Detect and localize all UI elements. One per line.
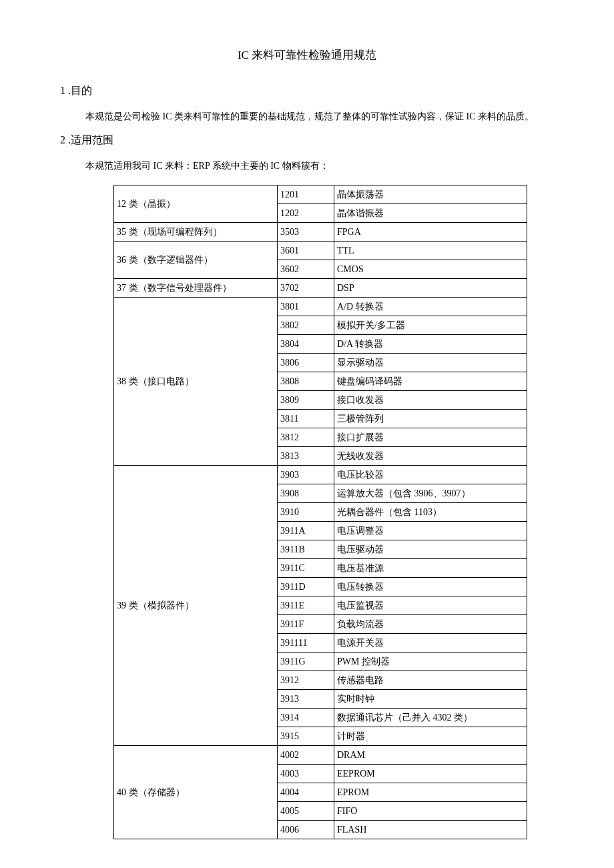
- subcategory-cell: 无线收发器: [334, 447, 527, 466]
- code-cell: 3913: [278, 690, 334, 709]
- code-cell: 4002: [278, 746, 334, 765]
- subcategory-cell: 接口收发器: [334, 391, 527, 410]
- code-cell: 3911D: [278, 578, 334, 596]
- table-row: 12 类（晶振）1201晶体振荡器: [114, 185, 527, 204]
- subcategory-cell: 实时时钟: [334, 690, 527, 709]
- section-2-heading: 2 .适用范围: [60, 132, 554, 148]
- code-cell: 3914: [278, 709, 334, 727]
- subcategory-cell: CMOS: [334, 260, 527, 279]
- code-cell: 3809: [278, 391, 334, 410]
- code-cell: 1201: [278, 185, 334, 204]
- category-cell: 39 类（模拟器件）: [114, 466, 278, 746]
- subcategory-cell: EPROM: [334, 783, 527, 802]
- subcategory-cell: 计时器: [334, 727, 527, 746]
- code-cell: 3911F: [278, 615, 334, 634]
- section-2-body: 本规范适用我司 IC 来料：ERP 系统中主要的 IC 物料簇有：: [85, 156, 554, 177]
- code-cell: 3802: [278, 316, 334, 335]
- subcategory-cell: 光耦合器件（包含 1103）: [334, 503, 527, 522]
- subcategory-cell: DRAM: [334, 746, 527, 765]
- subcategory-cell: 接口扩展器: [334, 428, 527, 447]
- code-cell: 1202: [278, 204, 334, 223]
- subcategory-cell: TTL: [334, 242, 527, 260]
- table-row: 37 类（数字信号处理器件）3702DSP: [114, 279, 527, 298]
- subcategory-cell: 电压比较器: [334, 466, 527, 484]
- subcategory-cell: 电压基准源: [334, 559, 527, 578]
- section-1-heading: 1 .目的: [60, 83, 554, 99]
- subcategory-cell: 电压调整器: [334, 522, 527, 540]
- code-cell: 3503: [278, 223, 334, 242]
- code-cell: 3908: [278, 484, 334, 503]
- code-cell: 3915: [278, 727, 334, 746]
- code-cell: 391111: [278, 634, 334, 653]
- subcategory-cell: 电源开关器: [334, 634, 527, 653]
- subcategory-cell: A/D 转换器: [334, 298, 527, 316]
- code-cell: 3601: [278, 242, 334, 260]
- subcategory-cell: 电压监视器: [334, 596, 527, 615]
- code-cell: 3903: [278, 466, 334, 484]
- subcategory-cell: 传感器电路: [334, 671, 527, 690]
- table-row: 39 类（模拟器件）3903电压比较器: [114, 466, 527, 484]
- subcategory-cell: 显示驱动器: [334, 354, 527, 372]
- section-2-num: 2: [60, 134, 65, 145]
- section-2-label: .适用范围: [68, 134, 113, 145]
- subcategory-cell: 晶体振荡器: [334, 185, 527, 204]
- table-row: 36 类（数字逻辑器件）3601TTL: [114, 242, 527, 260]
- subcategory-cell: 电压驱动器: [334, 540, 527, 559]
- code-cell: 3806: [278, 354, 334, 372]
- category-cell: 40 类（存储器）: [114, 746, 278, 839]
- material-category-table: 12 类（晶振）1201晶体振荡器1202晶体谐振器35 类（现场可编程阵列）3…: [113, 185, 527, 839]
- subcategory-cell: 数据通讯芯片（己并入 4302 类）: [334, 709, 527, 727]
- code-cell: 4003: [278, 765, 334, 783]
- code-cell: 3804: [278, 335, 334, 354]
- category-cell: 12 类（晶振）: [114, 185, 278, 223]
- subcategory-cell: DSP: [334, 279, 527, 298]
- subcategory-cell: 负载均流器: [334, 615, 527, 634]
- document-title: IC 来料可靠性检验通用规范: [60, 47, 554, 64]
- subcategory-cell: 运算放大器（包含 3906、3907）: [334, 484, 527, 503]
- table-row: 38 类（接口电路）3801A/D 转换器: [114, 298, 527, 316]
- subcategory-cell: FLASH: [334, 821, 527, 839]
- code-cell: 3911C: [278, 559, 334, 578]
- table-row: 40 类（存储器）4002DRAM: [114, 746, 527, 765]
- code-cell: 3910: [278, 503, 334, 522]
- category-cell: 36 类（数字逻辑器件）: [114, 242, 278, 279]
- code-cell: 4006: [278, 821, 334, 839]
- code-cell: 3813: [278, 447, 334, 466]
- category-cell: 35 类（现场可编程阵列）: [114, 223, 278, 242]
- category-cell: 38 类（接口电路）: [114, 298, 278, 466]
- subcategory-cell: 键盘编码译码器: [334, 372, 527, 391]
- code-cell: 3911B: [278, 540, 334, 559]
- subcategory-cell: 三极管阵列: [334, 410, 527, 428]
- subcategory-cell: D/A 转换器: [334, 335, 527, 354]
- code-cell: 3801: [278, 298, 334, 316]
- subcategory-cell: 晶体谐振器: [334, 204, 527, 223]
- subcategory-cell: PWM 控制器: [334, 653, 527, 671]
- code-cell: 3911E: [278, 596, 334, 615]
- subcategory-cell: FIFO: [334, 802, 527, 821]
- code-cell: 3808: [278, 372, 334, 391]
- section-1-label: .目的: [68, 85, 92, 96]
- code-cell: 3811: [278, 410, 334, 428]
- code-cell: 3911A: [278, 522, 334, 540]
- subcategory-cell: FPGA: [334, 223, 527, 242]
- category-cell: 37 类（数字信号处理器件）: [114, 279, 278, 298]
- code-cell: 3911G: [278, 653, 334, 671]
- code-cell: 4004: [278, 783, 334, 802]
- subcategory-cell: 模拟开关/多工器: [334, 316, 527, 335]
- subcategory-cell: 电压转换器: [334, 578, 527, 596]
- code-cell: 3912: [278, 671, 334, 690]
- code-cell: 3812: [278, 428, 334, 447]
- section-1-num: 1: [60, 85, 65, 96]
- code-cell: 3602: [278, 260, 334, 279]
- code-cell: 4005: [278, 802, 334, 821]
- table-row: 35 类（现场可编程阵列）3503FPGA: [114, 223, 527, 242]
- subcategory-cell: EEPROM: [334, 765, 527, 783]
- code-cell: 3702: [278, 279, 334, 298]
- section-1-body: 本规范是公司检验 IC 类来料可靠性的重要的基础规范，规范了整体的可靠性试验内容…: [85, 107, 554, 127]
